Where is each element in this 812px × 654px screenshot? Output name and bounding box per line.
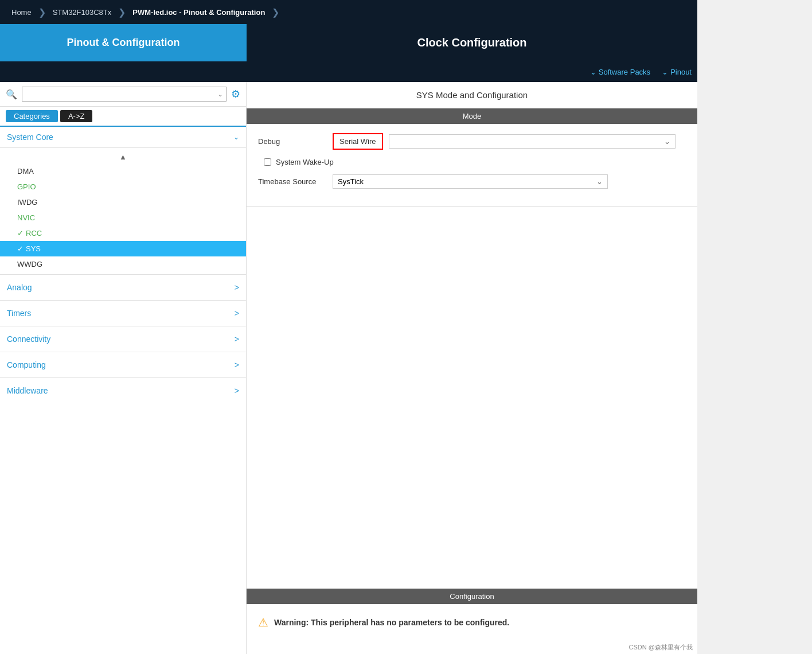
breadcrumb-home[interactable]: Home [6, 5, 37, 20]
warning-row: ⚠ Warning: This peripheral has no parame… [258, 616, 686, 629]
search-container[interactable]: ⌄ [22, 87, 227, 102]
sidebar-item-sys[interactable]: ✓SYS [0, 241, 246, 256]
computing-section-header[interactable]: Computing > [0, 352, 246, 377]
tab-categories[interactable]: Categories [6, 110, 58, 122]
config-section-header: Configuration [247, 589, 697, 604]
chevron-down-icon: ⌄ [590, 68, 596, 76]
analog-chevron-icon: > [235, 283, 239, 292]
middleware-section-header[interactable]: Middleware > [0, 378, 246, 403]
sys-check-icon: ✓ [17, 244, 24, 253]
breadcrumb-arrow-2: ❯ [118, 7, 126, 18]
debug-field-row: Debug Serial Wire ⌄ [258, 133, 686, 150]
breadcrumb-file[interactable]: PWM-led.ioc - Pinout & Configuration [127, 5, 271, 20]
debug-select-arrow-icon: ⌄ [664, 137, 670, 146]
mode-content: Debug Serial Wire ⌄ System Wake-Up Timeb… [247, 124, 697, 207]
dropdown-arrow-icon: ⌄ [218, 91, 222, 98]
tab-a-to-z[interactable]: A->Z [60, 110, 93, 122]
warning-icon: ⚠ [258, 616, 268, 629]
breadcrumb: Home ❯ STM32F103C8Tx ❯ PWM-led.ioc - Pin… [0, 0, 697, 24]
warning-text: Warning: This peripheral has no paramete… [274, 618, 509, 627]
settings-icon[interactable]: ⚙ [231, 88, 240, 100]
sidebar: 🔍 ⌄ ⚙ Categories A->Z System Core ⌄ [0, 82, 247, 654]
timers-section-header[interactable]: Timers > [0, 301, 246, 326]
middleware-chevron-icon: > [235, 386, 239, 395]
timers-section: Timers > [0, 300, 246, 326]
middleware-section: Middleware > [0, 377, 246, 403]
category-tabs: Categories A->Z [0, 107, 246, 127]
connectivity-section-header[interactable]: Connectivity > [0, 326, 246, 352]
sidebar-item-gpio[interactable]: GPIO [0, 179, 246, 194]
analog-section-header[interactable]: Analog > [0, 275, 246, 300]
system-core-section-header[interactable]: System Core ⌄ [0, 127, 246, 148]
content-title: SYS Mode and Configuration [247, 82, 697, 108]
spacer-area [247, 207, 697, 589]
timebase-field-row: Timebase Source SysTick ⌄ [258, 174, 686, 189]
main-layout: 🔍 ⌄ ⚙ Categories A->Z System Core ⌄ [0, 82, 697, 654]
chevron-down-icon-2: ⌄ [662, 68, 668, 76]
timebase-select-arrow-icon: ⌄ [596, 177, 603, 186]
software-packs-button[interactable]: ⌄ Software Packs [590, 68, 650, 76]
computing-chevron-icon: > [235, 360, 239, 369]
sidebar-item-nvic[interactable]: NVIC [0, 210, 246, 225]
sidebar-item-rcc[interactable]: ✓RCC [0, 225, 246, 241]
system-wakeup-row: System Wake-Up [258, 158, 686, 166]
breadcrumb-arrow-3: ❯ [272, 7, 279, 18]
timebase-label: Timebase Source [258, 177, 327, 186]
search-row: 🔍 ⌄ ⚙ [0, 82, 246, 107]
scroll-up-indicator: ▲ [0, 150, 246, 164]
timebase-value: SysTick [338, 177, 364, 186]
system-core-items: ▲ DMA GPIO IWDG NVIC ✓R [0, 148, 246, 274]
search-icon: 🔍 [6, 89, 17, 100]
debug-select[interactable]: ⌄ [389, 134, 676, 149]
sidebar-item-iwdg[interactable]: IWDG [0, 194, 246, 210]
tab-pinout-configuration[interactable]: Pinout & Configuration [0, 24, 247, 61]
sidebar-item-dma[interactable]: DMA [0, 164, 246, 179]
sidebar-content: System Core ⌄ ▲ DMA GPIO IWDG [0, 127, 246, 654]
content-area: SYS Mode and Configuration Mode Debug Se… [247, 82, 697, 654]
system-wakeup-checkbox[interactable] [264, 158, 271, 166]
search-input[interactable] [26, 90, 218, 99]
mode-section-header: Mode [247, 108, 697, 124]
connectivity-chevron-icon: > [235, 334, 239, 344]
pinout-button[interactable]: ⌄ Pinout [662, 68, 692, 76]
tab-bar: Pinout & Configuration Clock Configurati… [0, 24, 697, 61]
debug-input-box[interactable]: Serial Wire [333, 133, 383, 150]
computing-section: Computing > [0, 352, 246, 377]
tab-clock-configuration[interactable]: Clock Configuration [247, 24, 697, 61]
debug-value: Serial Wire [335, 135, 381, 147]
toolbar: ⌄ Software Packs ⌄ Pinout [0, 61, 697, 82]
breadcrumb-arrow-1: ❯ [38, 7, 46, 18]
system-core-collapse-icon: ⌄ [233, 133, 239, 141]
watermark: CSDN @森林里有个我 [247, 641, 697, 654]
timers-chevron-icon: > [235, 309, 239, 318]
breadcrumb-device[interactable]: STM32F103C8Tx [47, 5, 118, 20]
system-wakeup-label: System Wake-Up [276, 158, 334, 166]
connectivity-section: Connectivity > [0, 326, 246, 352]
timebase-select[interactable]: SysTick ⌄ [333, 174, 608, 189]
rcc-check-icon: ✓ [17, 229, 24, 238]
analog-section: Analog > [0, 274, 246, 300]
config-content: ⚠ Warning: This peripheral has no parame… [247, 604, 697, 641]
debug-label: Debug [258, 137, 327, 146]
sidebar-item-wwdg[interactable]: WWDG [0, 256, 246, 272]
